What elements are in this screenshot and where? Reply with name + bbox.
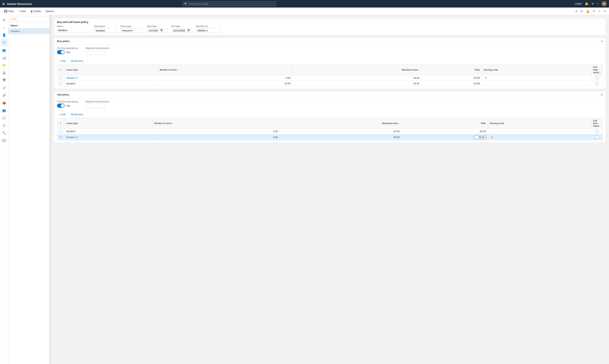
- sell-earning-code-dropdown[interactable]: ▾: [490, 136, 589, 139]
- notification-bar-icon[interactable]: 🔔: [585, 9, 590, 14]
- buy-policy-table: ✓ Leave type Months of servi... Maximum …: [57, 65, 603, 86]
- sell-check-icon: ✓: [60, 136, 62, 139]
- checkbox2[interactable]: [59, 82, 62, 85]
- sidebar-employee-icon[interactable]: 👔: [1, 69, 8, 76]
- sell-row2-check[interactable]: ✓: [57, 134, 64, 140]
- top-nav-right: USMF 🔔 ⚙ ? JD: [575, 1, 607, 6]
- sell-remove-button[interactable]: 🗑 Remove: [69, 112, 85, 117]
- refresh-icon[interactable]: ↺: [592, 9, 596, 14]
- buy-col-fte: Full time equiv...: [591, 65, 603, 75]
- calendar-icon-end: 📅: [187, 29, 190, 32]
- chevron-down-earning2: ▾: [491, 136, 492, 139]
- sidebar-chat-icon[interactable]: 💬: [1, 137, 8, 144]
- sell-row1-leave-type[interactable]: Vacation: [64, 129, 153, 134]
- buy-max-amount-group: Maximum fixed amount: [86, 47, 109, 55]
- sell-fte-toggle-row: Full time equivalency Yes: [57, 100, 78, 108]
- buy-remove-button[interactable]: 🗑 Remove: [69, 59, 85, 63]
- sell-checkbox1[interactable]: [59, 130, 62, 132]
- sell-row1-fte[interactable]: [591, 129, 603, 134]
- sell-row1-check[interactable]: [57, 129, 64, 134]
- sell-row2-earning-code[interactable]: ▾: [488, 134, 591, 140]
- buy-row1-fte[interactable]: [591, 75, 603, 81]
- policy-type-select[interactable]: Amount ▾: [120, 28, 143, 33]
- sidebar-menu-icon[interactable]: ☰: [1, 17, 8, 23]
- sidebar-home-icon[interactable]: ⌂: [1, 24, 8, 31]
- workflow-id-dropdown[interactable]: 000261 ▾: [196, 28, 220, 33]
- search-input[interactable]: [189, 2, 274, 5]
- top-nav: ⊞ Human Resources 🔍 USMF 🔔 ⚙ ? JD: [0, 0, 609, 8]
- sidebar-note-icon[interactable]: 📝: [1, 84, 8, 91]
- description-field-group: Description Vacation: [94, 25, 117, 33]
- sell-add-button[interactable]: + Add: [57, 112, 67, 117]
- name-input[interactable]: [57, 28, 90, 32]
- sidebar-team-icon[interactable]: 👥: [1, 107, 8, 114]
- sell-fte-checkbox1[interactable]: [596, 130, 598, 132]
- sell-fte-toggle[interactable]: [57, 104, 65, 108]
- checkbox[interactable]: [59, 76, 62, 79]
- chevron-down-icon: ▾: [131, 29, 133, 32]
- view-icon[interactable]: ⊡: [580, 9, 584, 14]
- sidebar-people-icon[interactable]: 👥: [1, 47, 8, 53]
- end-date-picker[interactable]: 12/31/2020 📅: [171, 28, 192, 33]
- sidebar-list-icon[interactable]: ≡: [1, 39, 8, 46]
- buy-row2-leave-type[interactable]: Vacation: [64, 81, 158, 86]
- grid-icon[interactable]: ⊞: [2, 2, 5, 6]
- sell-row2-rate[interactable]: [402, 134, 488, 140]
- help-icon[interactable]: ?: [597, 2, 598, 5]
- sidebar-calendar-icon[interactable]: 📅: [1, 77, 8, 84]
- close-icon[interactable]: ✕: [603, 9, 607, 14]
- sidebar-package-icon[interactable]: 📦: [1, 99, 8, 106]
- earning-code-dropdown[interactable]: ▾: [484, 77, 589, 79]
- buy-add-button[interactable]: + Add: [57, 59, 67, 63]
- leave-type-link[interactable]: Vacation ▾: [66, 77, 156, 79]
- sell-row2-max-amount: 40.00: [280, 134, 402, 140]
- sidebar-tasks-icon[interactable]: ☑: [1, 122, 8, 129]
- buy-fte-toggle[interactable]: [57, 50, 65, 54]
- sell-row1-earning-code[interactable]: [488, 129, 591, 134]
- notification-icon[interactable]: 🔔: [585, 2, 588, 5]
- sidebar-user-icon[interactable]: 👤: [1, 32, 8, 39]
- buy-policy-collapse-btn[interactable]: ∧: [601, 40, 603, 43]
- description-select[interactable]: Vacation: [94, 28, 117, 33]
- sidebar-chart-icon[interactable]: 📊: [1, 54, 8, 61]
- save-button[interactable]: 💾 Save: [2, 9, 16, 13]
- buy-row1-earning-code[interactable]: ▾: [482, 75, 591, 81]
- buy-row1-check[interactable]: [57, 75, 64, 81]
- sidebar-link-icon[interactable]: 🔗: [1, 92, 8, 99]
- sell-policy-collapse-btn[interactable]: ∧: [601, 93, 603, 96]
- records-list: Vacation: [8, 28, 50, 364]
- record-item[interactable]: Vacation: [8, 28, 50, 34]
- workflow-id-label: Workflow ID: [196, 25, 220, 28]
- sidebar-settings-icon[interactable]: 🔧: [1, 130, 8, 136]
- action-bar-right: ✦ ⊡ 🔔 ↺ ⤢ ✕: [574, 9, 607, 14]
- fte-checkbox2[interactable]: [596, 82, 598, 85]
- sell-fte-checkbox2[interactable]: [596, 135, 598, 138]
- new-icon: +: [18, 10, 20, 13]
- buy-max-amount-input[interactable]: [86, 50, 105, 55]
- fte-checkbox[interactable]: [596, 76, 598, 79]
- new-button[interactable]: + New: [17, 9, 28, 13]
- options-button[interactable]: Options: [43, 9, 56, 13]
- form-card: Buy and sell leave policy Name Descripti…: [54, 18, 606, 35]
- search-bar[interactable]: 🔍: [182, 1, 277, 6]
- buy-row2-check[interactable]: [57, 81, 64, 86]
- sell-leave-type-link[interactable]: Vacation ▾: [66, 136, 151, 139]
- delete-button[interactable]: 🗑 Delete: [28, 9, 43, 13]
- sidebar-folder-icon[interactable]: 📁: [1, 62, 8, 68]
- sell-col-check: ✓: [57, 118, 64, 129]
- personalize-icon[interactable]: ✦: [574, 9, 578, 14]
- avatar[interactable]: JD: [601, 1, 607, 6]
- start-date-picker[interactable]: 1/1/2020 📅: [147, 28, 168, 33]
- sell-row2-leave-type[interactable]: Vacation ▾: [64, 134, 153, 140]
- sidebar-analytics-icon[interactable]: 📈: [1, 115, 8, 121]
- sell-col-earning-code: Earning code: [488, 118, 591, 129]
- sell-max-amount-input[interactable]: [86, 104, 105, 108]
- filter-input[interactable]: [10, 17, 48, 21]
- settings-icon[interactable]: ⚙: [592, 2, 594, 5]
- sell-row2-rate-input[interactable]: [475, 135, 486, 139]
- buy-row2-fte[interactable]: [591, 81, 603, 86]
- buy-row2-earning-code[interactable]: [482, 81, 591, 86]
- buy-row1-leave-type[interactable]: Vacation ▾: [64, 75, 158, 81]
- sell-row2-fte[interactable]: [591, 134, 603, 140]
- expand-icon[interactable]: ⤢: [597, 9, 601, 14]
